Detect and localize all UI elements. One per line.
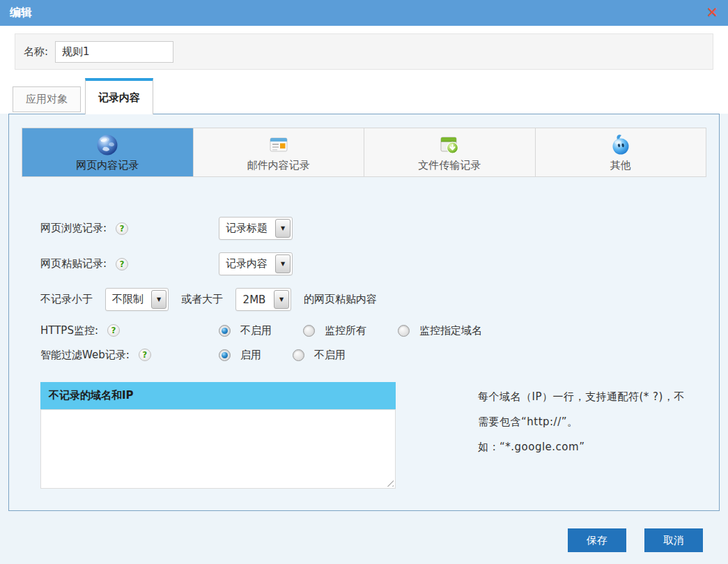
dropdown-arrow-icon[interactable]: ▼	[151, 290, 166, 309]
radio-icon[interactable]	[303, 325, 315, 337]
radio-icon[interactable]	[398, 325, 410, 337]
smart-filter-row: 智能过滤Web记录: ? 启用 不启用	[40, 348, 719, 362]
radio-icon[interactable]	[293, 349, 304, 361]
dropdown-arrow-icon[interactable]: ▼	[274, 290, 289, 309]
radio-label: 不启用	[314, 349, 346, 362]
help-icon[interactable]: ?	[139, 349, 151, 361]
radio-label: 监控指定域名	[419, 324, 482, 337]
record-type-subtabs: 网页内容记录 邮件内容记录	[22, 128, 706, 177]
subtab-label: 邮件内容记录	[247, 159, 310, 172]
radio-label: 启用	[240, 349, 261, 362]
size-max-selected-value: 2MB	[236, 289, 272, 310]
size-min-selected-value: 不限制	[106, 289, 150, 310]
dropdown-arrow-icon[interactable]: ▼	[275, 254, 291, 273]
exclude-section: 不记录的域名和IP 每个域名（IP）一行，支持通配符(* ?)，不 需要包含“h…	[40, 382, 719, 489]
radio-label: 监控所有	[325, 324, 366, 337]
subtab-label: 其他	[610, 159, 631, 172]
subtab-file-transfer[interactable]: 文件传输记录	[364, 128, 536, 176]
radio-checked-icon[interactable]	[219, 325, 231, 337]
file-transfer-icon	[437, 133, 461, 157]
size-max-select[interactable]: 2MB ▼	[235, 288, 291, 311]
size-suffix-label: 的网页粘贴内容	[304, 293, 377, 306]
radio-label: 不启用	[240, 324, 272, 337]
dialog-body: 网页内容记录 邮件内容记录	[0, 114, 728, 564]
web-paste-select[interactable]: 记录内容 ▼	[219, 252, 293, 275]
subtab-label: 网页内容记录	[76, 159, 139, 172]
hint-text: 每个域名（IP）一行，支持通配符(* ?)，不 需要包含“http://”。 如…	[478, 382, 719, 489]
help-icon[interactable]: ?	[116, 258, 128, 270]
save-button[interactable]: 保存	[568, 528, 626, 552]
size-prefix-label: 不记录小于	[40, 293, 93, 306]
dropdown-arrow-icon[interactable]: ▼	[275, 219, 291, 238]
form-area: 网页浏览记录: ? 记录标题 ▼ 网页粘贴记录: ? 记录内容 ▼	[9, 177, 719, 489]
radio-checked-icon[interactable]	[219, 349, 231, 361]
subtab-web-content[interactable]: 网页内容记录	[22, 128, 194, 176]
web-paste-selected-value: 记录内容	[219, 253, 274, 275]
size-min-select[interactable]: 不限制 ▼	[105, 288, 169, 311]
web-browse-selected-value: 记录标题	[219, 218, 274, 239]
tab-apply-target[interactable]: 应用对象	[13, 86, 81, 112]
footer: 保存 取消	[8, 528, 703, 552]
hint-line: 如：“*.google.com”	[478, 441, 719, 454]
tab-record-content[interactable]: 记录内容	[85, 78, 153, 114]
web-paste-label: 网页粘贴记录:	[40, 257, 107, 270]
subtab-mail-content[interactable]: 邮件内容记录	[194, 128, 365, 176]
help-icon[interactable]: ?	[107, 324, 120, 337]
name-input[interactable]	[55, 41, 173, 63]
exclude-header: 不记录的域名和IP	[40, 382, 396, 409]
web-browse-row: 网页浏览记录: ? 记录标题 ▼	[40, 217, 719, 240]
https-option-disable[interactable]: 不启用	[219, 324, 272, 337]
web-browse-label: 网页浏览记录:	[40, 222, 107, 235]
name-section: 名称:	[15, 33, 713, 70]
help-icon[interactable]: ?	[116, 222, 128, 235]
web-browse-select[interactable]: 记录标题 ▼	[219, 217, 293, 240]
hint-line: 每个域名（IP）一行，支持通配符(* ?)，不	[478, 390, 719, 404]
close-icon[interactable]: ✕	[706, 6, 718, 20]
smart-filter-option-enable[interactable]: 启用	[219, 349, 261, 362]
https-option-monitor-all[interactable]: 监控所有	[303, 324, 366, 337]
record-content-panel: 网页内容记录 邮件内容记录	[8, 114, 720, 511]
name-label: 名称:	[24, 45, 48, 59]
size-filter-row: 不记录小于 不限制 ▼ 或者大于 2MB ▼ 的网页粘贴内容	[40, 288, 719, 311]
smart-filter-label: 智能过滤Web记录:	[40, 349, 130, 362]
cancel-button[interactable]: 取消	[644, 528, 703, 552]
subtab-label: 文件传输记录	[418, 159, 481, 172]
hint-line: 需要包含“http://”。	[478, 416, 719, 429]
globe-icon	[95, 133, 119, 157]
subtab-other[interactable]: 其他	[536, 128, 706, 176]
main-tabs: 应用对象 记录内容	[13, 78, 728, 114]
dialog-title: 编辑	[10, 6, 32, 20]
size-mid-label: 或者大于	[181, 293, 223, 306]
dialog-titlebar: 编辑 ✕	[0, 0, 728, 26]
https-monitor-label: HTTPS监控:	[40, 324, 98, 337]
smart-filter-option-disable[interactable]: 不启用	[293, 349, 346, 362]
exclude-box: 不记录的域名和IP	[40, 382, 396, 489]
https-option-monitor-specified[interactable]: 监控指定域名	[398, 324, 482, 337]
https-monitor-row: HTTPS监控: ? 不启用 监控所有 监控指定域名	[40, 323, 719, 337]
web-paste-row: 网页粘贴记录: ? 记录内容 ▼	[40, 252, 719, 275]
exclude-domains-textarea[interactable]	[40, 409, 396, 489]
chat-blob-icon	[609, 133, 633, 157]
mail-icon	[267, 133, 291, 157]
